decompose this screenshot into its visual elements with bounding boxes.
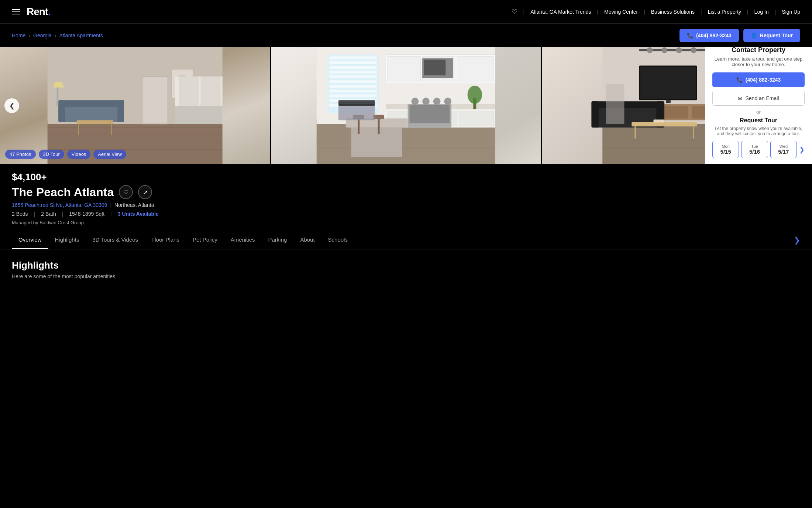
svg-rect-62 xyxy=(330,90,377,93)
svg-rect-18 xyxy=(175,106,222,124)
person-icon: 👤 xyxy=(751,33,757,38)
heart-icon: ♡ xyxy=(123,189,128,196)
phone-icon: 📞 xyxy=(736,77,743,83)
share-icon: ↗ xyxy=(143,189,148,196)
units-available-link[interactable]: 3 Units Available xyxy=(118,211,159,217)
tour-3d-badge[interactable]: 3D Tour xyxy=(39,150,64,159)
svg-rect-20 xyxy=(200,76,220,106)
svg-rect-99 xyxy=(606,84,624,124)
tab-highlights[interactable]: Highlights xyxy=(48,231,86,249)
photos-badge[interactable]: 47 Photos xyxy=(5,150,36,159)
svg-rect-8 xyxy=(58,100,65,122)
contact-phone-button[interactable]: 📞 (404) 882-3243 xyxy=(712,72,805,87)
svg-rect-61 xyxy=(330,85,377,88)
logo-text: Rent. xyxy=(27,6,51,17)
tour-date-wed-date: 5/17 xyxy=(772,149,795,155)
tab-floor-plans[interactable]: Floor Plans xyxy=(145,231,186,249)
svg-rect-81 xyxy=(640,67,696,99)
svg-rect-21 xyxy=(142,76,168,124)
highlights-subtitle: Here are some of the most popular amenit… xyxy=(12,273,800,279)
tab-parking[interactable]: Parking xyxy=(262,231,294,249)
svg-rect-13 xyxy=(56,88,58,106)
svg-rect-48 xyxy=(358,119,360,134)
nav-sep-3: | xyxy=(644,9,645,15)
breadcrumb-sep-2: › xyxy=(55,33,56,38)
svg-rect-82 xyxy=(666,100,671,103)
tab-3d-tours[interactable]: 3D Tours & Videos xyxy=(86,231,145,249)
breadcrumb-city[interactable]: Atlanta Apartments xyxy=(59,33,103,38)
nav-sep-4: | xyxy=(701,9,702,15)
svg-point-75 xyxy=(647,47,653,53)
gallery-photo-2 xyxy=(270,47,541,164)
nav-list-property[interactable]: List a Property xyxy=(708,9,741,15)
property-address[interactable]: 1655 Peachtree St Ne, Atlanta, GA 30309 xyxy=(12,202,107,208)
tour-date-mon[interactable]: Mon 5/15 xyxy=(712,141,739,158)
svg-rect-40 xyxy=(410,105,450,123)
svg-rect-9 xyxy=(117,100,124,122)
svg-point-76 xyxy=(661,47,667,53)
gallery-image-1 xyxy=(0,47,270,164)
nav-sep-5: | xyxy=(747,9,749,15)
svg-marker-14 xyxy=(53,82,64,88)
nav-sep-2: | xyxy=(597,9,598,15)
tour-dates: Mon 5/15 Tue 5/16 Wed 5/17 ❯ xyxy=(712,141,805,158)
property-details: 2 Beds | 2 Bath | 1548-1899 Sqft | 3 Uni… xyxy=(12,211,800,217)
highlights-section: Highlights Here are some of the most pop… xyxy=(0,249,812,290)
favorite-button[interactable]: ♡ xyxy=(119,185,133,199)
breadcrumb-actions: 📞 (404) 882-3243 👤 Request Tour xyxy=(679,29,800,42)
tab-schools[interactable]: Schools xyxy=(321,231,354,249)
contact-card: Contact Property Learn more, take a tour… xyxy=(705,47,812,164)
svg-rect-67 xyxy=(338,100,375,106)
svg-rect-58 xyxy=(330,71,377,74)
property-neighborhood: Northeast Atlanta xyxy=(114,202,154,208)
header-phone-button[interactable]: 📞 (404) 882-3243 xyxy=(679,29,739,42)
site-logo[interactable]: Rent. xyxy=(27,6,51,18)
header-tour-button[interactable]: 👤 Request Tour xyxy=(743,29,800,42)
address-sep: | xyxy=(110,202,111,208)
gallery-photo-1 xyxy=(0,47,270,164)
dates-next-button[interactable]: ❯ xyxy=(799,146,805,154)
svg-rect-88 xyxy=(591,101,664,108)
share-button[interactable]: ↗ xyxy=(138,185,152,199)
breadcrumb-home[interactable]: Home xyxy=(12,33,25,38)
tour-date-tue-day: Tue xyxy=(743,144,766,149)
svg-rect-33 xyxy=(424,60,445,75)
logo-dot: . xyxy=(48,6,51,17)
nav-business-solutions[interactable]: Business Solutions xyxy=(651,9,695,15)
svg-rect-59 xyxy=(330,75,377,78)
save-icon[interactable]: ♡ xyxy=(512,8,517,16)
tab-amenities[interactable]: Amenities xyxy=(224,231,262,249)
videos-badge[interactable]: Videos xyxy=(67,150,91,159)
contact-or: or xyxy=(712,109,805,115)
svg-rect-56 xyxy=(330,61,377,64)
property-sqft: 1548-1899 Sqft xyxy=(69,211,104,217)
svg-rect-38 xyxy=(459,111,494,126)
photo-gallery: ❮ ❯ 47 Photos 3D Tour Videos Aerial View… xyxy=(0,47,812,164)
tab-about[interactable]: About xyxy=(293,231,321,249)
tabs-bar: Overview Highlights 3D Tours & Videos Fl… xyxy=(0,231,812,249)
nav-sep-1: | xyxy=(523,9,525,15)
svg-rect-57 xyxy=(330,66,377,69)
hamburger-menu[interactable] xyxy=(12,9,20,14)
tour-date-wed[interactable]: Wed 5/17 xyxy=(770,141,797,158)
tab-pet-policy[interactable]: Pet Policy xyxy=(186,231,224,249)
nav-moving-center[interactable]: Moving Center xyxy=(604,9,638,15)
svg-point-52 xyxy=(468,86,482,104)
property-beds: 2 Beds xyxy=(12,211,28,217)
nav-market-trends[interactable]: Atlanta, GA Market Trends xyxy=(530,9,591,15)
svg-rect-10 xyxy=(77,120,113,124)
breadcrumb-state[interactable]: Georgia xyxy=(33,33,52,38)
phone-icon: 📞 xyxy=(687,33,693,38)
nav-signup[interactable]: Sign Up xyxy=(782,9,800,15)
contact-email-button[interactable]: ✉ Send an Email xyxy=(712,91,805,106)
tab-overview[interactable]: Overview xyxy=(12,231,48,249)
nav-login[interactable]: Log In xyxy=(754,9,769,15)
tour-date-tue[interactable]: Tue 5/16 xyxy=(741,141,768,158)
contact-card-title: Contact Property xyxy=(712,47,805,54)
svg-rect-60 xyxy=(330,80,377,83)
gallery-prev-button[interactable]: ❮ xyxy=(4,98,19,113)
aerial-badge[interactable]: Aerial View xyxy=(93,150,126,159)
main-nav: ♡ | Atlanta, GA Market Trends | Moving C… xyxy=(512,8,800,16)
tabs-next-button[interactable]: ❯ xyxy=(794,236,800,245)
contact-card-desc: Learn more, take a tour, and get one ste… xyxy=(712,56,805,67)
